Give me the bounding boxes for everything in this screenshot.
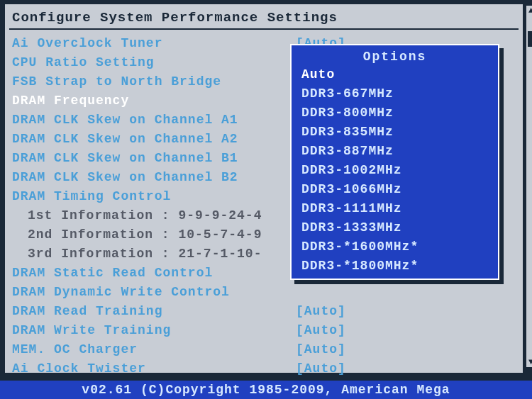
setting-label: DRAM CLK Skew on Channel A2 [12,130,296,149]
options-title: Options [294,47,495,65]
scroll-thumb[interactable] [528,31,532,47]
setting-label: DRAM CLK Skew on Channel A1 [12,111,296,130]
option-item[interactable]: DDR3-835MHz [294,123,495,142]
bios-footer: v02.61 (C)Copyright 1985-2009, American … [0,381,532,399]
setting-label: DRAM CLK Skew on Channel B1 [12,149,296,168]
settings-row[interactable]: DRAM Write Training[Auto] [12,321,516,340]
settings-row[interactable]: MEM. OC Charger[Auto] [12,340,516,359]
settings-panel: Ai Overclock Tuner[Auto]CPU Ratio Settin… [6,30,521,383]
settings-row[interactable]: DRAM Dynamic Write Control [12,283,516,302]
setting-value: [Auto] [296,340,346,359]
setting-label: DRAM Dynamic Write Control [12,283,296,302]
option-item[interactable]: DDR3-*1800MHz* [294,257,495,276]
setting-label: 2nd Information : 10-5-7-4-9 [12,225,296,245]
settings-row[interactable]: DRAM Read Training[Auto] [12,302,516,321]
setting-label: 3rd Information : 21-7-1-10- [12,245,296,264]
setting-label: DRAM Write Training [12,321,296,340]
option-item[interactable]: DDR3-1333MHz [294,218,495,237]
setting-value: [Auto] [296,302,346,321]
setting-label: DRAM Frequency [12,91,296,111]
setting-label: DRAM CLK Skew on Channel B2 [12,168,296,187]
option-item[interactable]: DDR3-*1600MHz* [294,237,495,257]
option-item[interactable]: Auto [294,65,495,84]
option-item[interactable]: DDR3-1002MHz [294,161,495,180]
scrollbar[interactable]: ▲ ▼ [525,6,532,367]
option-item[interactable]: DDR3-1066MHz [294,180,495,199]
setting-label: DRAM Static Read Control [12,264,296,283]
setting-value: [Auto] [296,359,346,378]
setting-label: DRAM Timing Control [12,187,296,206]
setting-label: 1st Information : 9-9-9-24-4 [12,206,296,225]
option-item[interactable]: DDR3-667MHz [294,84,495,103]
setting-label: Ai Overclock Tuner [12,34,296,53]
bios-window: Configure System Performance Settings Ai… [5,4,523,373]
scroll-down-icon[interactable]: ▼ [528,359,532,366]
option-item[interactable]: DDR3-1111MHz [294,199,495,218]
setting-label: Ai Clock Twister [12,359,296,378]
options-popup[interactable]: Options AutoDDR3-667MHzDDR3-800MHzDDR3-8… [290,44,499,280]
option-item[interactable]: DDR3-800MHz [294,103,495,123]
setting-label: DRAM Read Training [12,302,296,321]
scroll-up-icon[interactable]: ▲ [528,7,532,14]
setting-value: [Auto] [296,321,346,340]
settings-row[interactable]: Ai Clock Twister[Auto] [12,359,516,378]
setting-label: MEM. OC Charger [12,340,296,359]
setting-label: CPU Ratio Setting [12,53,296,72]
option-item[interactable]: DDR3-887MHz [294,142,495,161]
setting-label: FSB Strap to North Bridge [12,72,296,91]
page-title: Configure System Performance Settings [6,6,521,28]
